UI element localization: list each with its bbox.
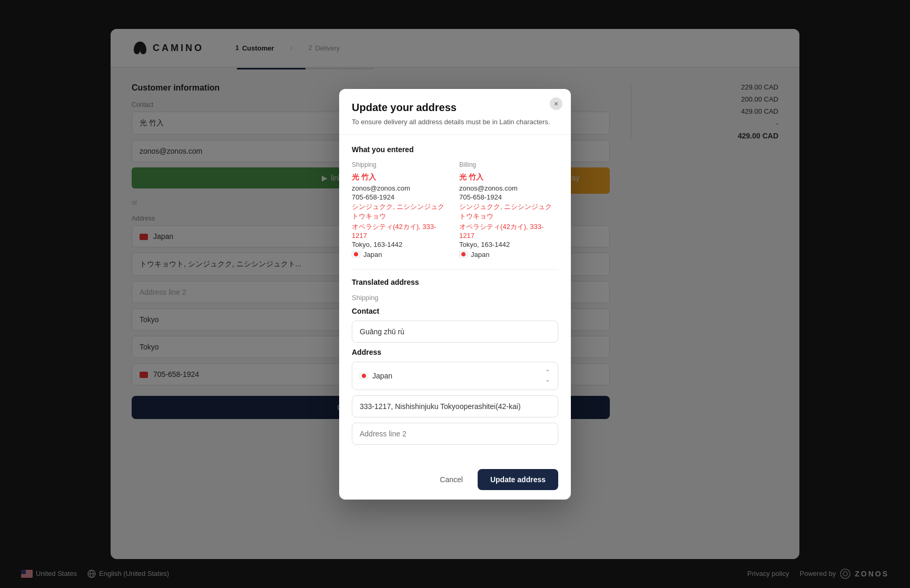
modal-title: Update your address [352,102,558,114]
cancel-button[interactable]: Cancel [431,470,471,489]
shipping-name: 光 竹入 [352,173,451,182]
japan-select-flag-icon [360,373,368,379]
billing-column: Billing 光 竹入 zonos@zonos.com 705-658-192… [459,161,558,258]
translated-shipping-label: Shipping [352,294,558,302]
contact-section-label: Contact [352,307,558,315]
billing-email: zonos@zonos.com [459,184,558,192]
japan-flag-icon [352,251,360,257]
what-you-entered-title: What you entered [352,145,558,154]
update-address-button[interactable]: Update address [478,469,558,490]
address-line1-input[interactable] [352,395,558,417]
modal-footer: Cancel Update address [339,461,571,500]
billing-phone: 705-658-1924 [459,193,558,201]
billing-city: Tokyo, 163-1442 [459,241,558,248]
translated-address-title: Translated address [352,278,558,286]
shipping-address-line1: シンジュクク, ニシシンジュクトウキョウ [352,202,451,221]
country-selector[interactable]: Japan ⌃⌄ [352,362,558,390]
shipping-address-line2: オペラシティ(42カイ), 333-1217 [352,222,451,240]
chevron-icon: ⌃⌄ [545,368,550,383]
shipping-email: zonos@zonos.com [352,184,451,192]
shipping-country: Japan [352,251,451,258]
modal-subtitle: To ensure delivery all address details m… [352,118,558,126]
modal-body: What you entered Shipping 光 竹入 zonos@zon… [339,135,571,461]
billing-country: Japan [459,251,558,258]
address-columns: Shipping 光 竹入 zonos@zonos.com 705-658-19… [352,161,558,258]
shipping-column: Shipping 光 竹入 zonos@zonos.com 705-658-19… [352,161,451,258]
billing-name: 光 竹入 [459,173,558,182]
modal-overlay: Update your address To ensure delivery a… [0,0,910,588]
billing-address-line1: シンジュクク, ニシシンジュクトウキョウ [459,202,558,221]
japan-flag-billing-icon [459,251,468,257]
country-select-value: Japan [372,372,392,380]
shipping-phone: 705-658-1924 [352,193,451,201]
modal-header: Update your address To ensure delivery a… [339,89,571,135]
shipping-city: Tokyo, 163-1442 [352,241,451,248]
update-address-modal: Update your address To ensure delivery a… [339,89,571,500]
contact-input[interactable] [352,321,558,343]
section-divider [352,269,558,270]
address-section-label: Address [352,348,558,356]
billing-address-line2: オペラシティ(42カイ), 333-1217 [459,222,558,240]
address-line2-input[interactable] [352,423,558,445]
modal-close-button[interactable]: × [550,97,562,110]
